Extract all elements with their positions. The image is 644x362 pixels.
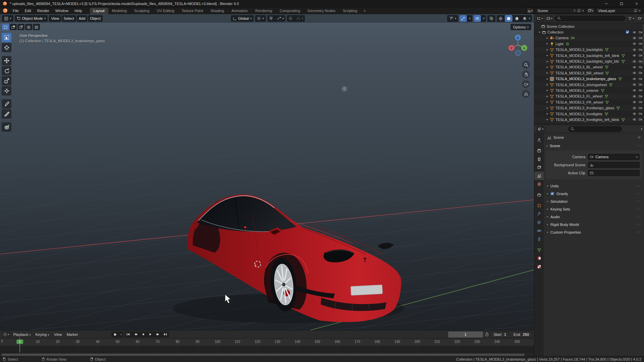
shading-material-button[interactable]: [513, 15, 521, 22]
hide-eye-toggle[interactable]: [632, 118, 637, 121]
select-mode-extend[interactable]: [10, 24, 17, 30]
properties-tab-output[interactable]: [534, 155, 544, 163]
select-box-tool[interactable]: [2, 33, 11, 42]
zoom-button[interactable]: [522, 61, 530, 69]
section-drag-handle[interactable]: ∷∷: [637, 192, 641, 195]
disclosure-closed-icon[interactable]: ►: [546, 71, 549, 74]
properties-tab-collection[interactable]: [534, 191, 544, 199]
disable-render-toggle[interactable]: [638, 83, 643, 86]
topbar-menu-file[interactable]: File: [10, 7, 22, 14]
disclosure-closed-icon[interactable]: ►: [546, 77, 549, 80]
disable-render-toggle[interactable]: [638, 60, 643, 63]
properties-tab-texture[interactable]: [534, 262, 544, 271]
workspace-tab-texture-paint[interactable]: Texture Paint: [178, 8, 207, 14]
active-clip-field[interactable]: [588, 170, 640, 176]
close-button[interactable]: [629, 0, 644, 7]
add-cube-tool[interactable]: [2, 122, 11, 132]
disable-render-toggle[interactable]: [638, 31, 643, 34]
disable-render-toggle[interactable]: [638, 77, 643, 81]
cursor-tool[interactable]: [2, 43, 11, 52]
timeline-menu-keying[interactable]: Keying ▾: [33, 331, 52, 338]
properties-tab-view-layer[interactable]: [534, 163, 544, 172]
disable-render-toggle[interactable]: [638, 42, 643, 46]
section-gravity[interactable]: ▸Gravity∷∷: [544, 190, 644, 197]
hide-eye-toggle[interactable]: [632, 36, 637, 40]
pivot-point-dropdown[interactable]: ▾: [255, 15, 266, 22]
disclosure-closed-icon[interactable]: ►: [546, 48, 549, 51]
outliner-row[interactable]: ►TESLA_MODEL3_backlights_left_blinker_gl…: [534, 53, 644, 58]
timeline-tracks[interactable]: [0, 346, 534, 353]
outliner-editor-type-dropdown[interactable]: ▾: [536, 15, 544, 21]
disable-render-toggle[interactable]: [638, 88, 643, 92]
hide-eye-toggle[interactable]: [632, 112, 637, 116]
properties-tab-particles[interactable]: [534, 218, 544, 227]
current-frame-marker[interactable]: 1: [16, 340, 23, 344]
properties-tab-render[interactable]: [534, 146, 544, 155]
rotate-tool[interactable]: [2, 66, 11, 75]
hide-eye-toggle[interactable]: [632, 54, 637, 57]
viewport-menu-select[interactable]: Select: [62, 15, 76, 22]
outliner-row[interactable]: ►TESLA_MODEL3_BR_wheel: [534, 70, 644, 76]
jump-to-start-button[interactable]: [125, 331, 132, 338]
shading-solid-button[interactable]: [504, 15, 513, 22]
jump-to-end-button[interactable]: [162, 331, 169, 338]
outliner-row[interactable]: Scene Collection: [534, 23, 644, 29]
section-rigid-body-world[interactable]: ▸Rigid Body World∷∷: [544, 221, 644, 228]
outliner-row[interactable]: ►TESLA_MODEL3_frontlights_left_blinker_g…: [534, 117, 644, 122]
properties-tab-world[interactable]: [534, 180, 544, 188]
next-keyframe-button[interactable]: [154, 331, 162, 338]
camera-view-button[interactable]: [522, 80, 530, 88]
hide-eye-toggle[interactable]: [632, 106, 637, 110]
frame-end-field[interactable]: End 250: [511, 331, 532, 338]
viewport-menu-view[interactable]: View: [49, 15, 61, 22]
section-audio[interactable]: ▸Audio∷∷: [544, 213, 644, 221]
outliner-row[interactable]: ►TESLA_MODEL3_exterior: [534, 87, 644, 93]
timeline-editor-type-dropdown[interactable]: ▾: [2, 331, 10, 338]
move-tool[interactable]: [2, 56, 11, 65]
clear-camera-icon[interactable]: ×: [636, 155, 638, 159]
remove-viewlayer-icon[interactable]: ×: [639, 9, 641, 13]
disclosure-closed-icon[interactable]: ►: [546, 60, 549, 63]
disable-render-toggle[interactable]: [638, 65, 643, 69]
disclosure-closed-icon[interactable]: ►: [546, 118, 549, 121]
disclosure-closed-icon[interactable]: ►: [546, 101, 549, 104]
outliner-row[interactable]: ►TESLA_MODEL3_backlights_right_blinker_g…: [534, 58, 644, 64]
viewport-menu-add[interactable]: Add: [77, 15, 88, 22]
outliner-row[interactable]: ►TESLA_MODEL3_brakelamps_glass: [534, 76, 644, 82]
gizmo-dropdown[interactable]: ▾: [467, 15, 472, 22]
transform-orientation-dropdown[interactable]: Global ▾: [231, 15, 254, 22]
hide-eye-toggle[interactable]: [632, 100, 637, 104]
hide-eye-toggle[interactable]: [632, 31, 637, 34]
properties-tab-object-data[interactable]: [534, 246, 544, 254]
show-gizmo-toggle[interactable]: [460, 15, 467, 22]
gizmo-negz-axis[interactable]: [515, 50, 521, 56]
play-reverse-button[interactable]: [140, 331, 147, 338]
unlink-scene-icon[interactable]: ×: [582, 9, 584, 13]
properties-search-input[interactable]: [568, 126, 622, 132]
falloff-dropdown[interactable]: ▾: [294, 15, 305, 22]
pin-icon[interactable]: [573, 9, 576, 12]
new-scene-icon[interactable]: [577, 9, 581, 12]
workspace-tab-compositing[interactable]: Compositing: [276, 8, 304, 14]
select-mode-intersect[interactable]: [33, 24, 40, 30]
proportional-toggle[interactable]: [287, 15, 294, 22]
viewlayer-selector[interactable]: ViewLayer ×: [596, 8, 642, 13]
maximize-button[interactable]: [614, 0, 629, 7]
topbar-menu-window[interactable]: Window: [52, 7, 71, 14]
blender-logo-icon[interactable]: [3, 8, 8, 13]
disable-render-toggle[interactable]: [638, 95, 643, 98]
disclosure-closed-icon[interactable]: ►: [546, 66, 549, 69]
section-units[interactable]: ▸Units∷∷: [544, 182, 644, 190]
add-workspace-button[interactable]: +: [361, 8, 368, 14]
disable-render-toggle[interactable]: [638, 112, 643, 116]
pin-icon[interactable]: [637, 135, 641, 139]
ortho-perspective-button[interactable]: [522, 90, 530, 98]
disclosure-closed-icon[interactable]: ►: [546, 107, 549, 110]
disclosure-closed-icon[interactable]: ►: [546, 83, 549, 86]
topbar-menu-edit[interactable]: Edit: [22, 7, 34, 14]
auto-keying-toggle[interactable]: [111, 331, 119, 338]
gravity-checkbox[interactable]: [550, 192, 554, 196]
xray-toggle[interactable]: [487, 15, 495, 22]
hide-eye-toggle[interactable]: [632, 83, 637, 86]
section-drag-handle[interactable]: ∷∷: [637, 215, 641, 219]
